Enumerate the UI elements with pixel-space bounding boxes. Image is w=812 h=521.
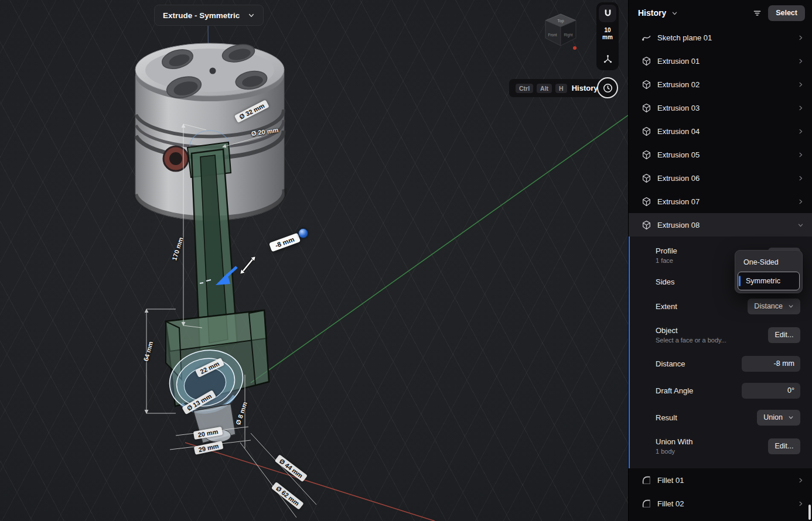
x-axis-line: [185, 443, 435, 521]
chevron-right-icon[interactable]: [797, 198, 804, 205]
filter-icon: [753, 9, 762, 18]
sides-option-symmetric[interactable]: Symmetric: [738, 272, 800, 290]
union-with-label: Union With: [656, 437, 693, 446]
extrude-mode-dropdown[interactable]: Extrude - Symmetric: [154, 5, 264, 26]
history-title-dropdown[interactable]: History: [638, 8, 678, 18]
history-item-label: Fillet 01: [657, 476, 791, 485]
profile-label: Profile: [656, 246, 677, 255]
history-item-fillet-02[interactable]: Fillet 02: [629, 492, 812, 515]
history-item-extrusion-04[interactable]: Extrusion 04: [629, 119, 812, 143]
history-item-fillet-01[interactable]: Fillet 01: [629, 468, 812, 492]
history-item-extrusion-08[interactable]: Extrusion 08: [629, 213, 812, 236]
chevron-down-icon: [788, 303, 794, 309]
profile-value: 1 face: [656, 257, 677, 264]
key-badge: Ctrl: [516, 84, 533, 93]
extrusion-icon: [642, 126, 651, 136]
draft-angle-label: Draft Angle: [656, 386, 693, 395]
sides-label: Sides: [656, 277, 675, 286]
history-item-label: Extrusion 03: [657, 104, 791, 112]
chevron-right-icon[interactable]: [797, 175, 804, 181]
view-cube-right-label[interactable]: Right: [564, 33, 572, 37]
history-shortcut-hint: Ctrl Alt H History: [509, 79, 604, 97]
chevron-right-icon[interactable]: [797, 105, 804, 111]
history-item-boolean-01[interactable]: Boolean 01: [629, 515, 812, 521]
result-value: Union: [763, 413, 783, 421]
object-hint: Select a face or a body...: [656, 337, 726, 344]
chevron-right-icon[interactable]: [797, 477, 804, 484]
history-item-extrusion-06[interactable]: Extrusion 06: [629, 166, 812, 190]
history-item-extrusion-07[interactable]: Extrusion 07: [629, 190, 812, 213]
fillet-icon: [642, 475, 651, 485]
union-with-edit-button[interactable]: Edit...: [768, 438, 800, 454]
history-item-label: Extrusion 08: [657, 221, 791, 229]
history-item-label: Fillet 02: [657, 499, 791, 508]
y-axis-line: [251, 115, 628, 383]
chevron-right-icon[interactable]: [797, 128, 804, 135]
key-badge: H: [555, 84, 567, 93]
x-axis-dot[interactable]: [573, 46, 576, 50]
view-cube[interactable]: Top Front Right: [541, 12, 580, 53]
extrude-mode-label: Extrude - Symmetric: [163, 11, 240, 20]
chevron-right-icon[interactable]: [797, 152, 804, 158]
snap-value: 10 mm: [602, 27, 613, 40]
distance-input[interactable]: -8 mm: [742, 356, 800, 372]
view-cube-front-label[interactable]: Front: [548, 33, 557, 37]
history-item-label: Extrusion 02: [657, 80, 791, 89]
history-toggle-button[interactable]: [597, 77, 618, 98]
filter-button[interactable]: [749, 5, 765, 20]
draft-angle-input[interactable]: 0°: [742, 383, 800, 399]
history-item-label: Extrusion 05: [657, 150, 791, 159]
result-label: Result: [656, 413, 677, 422]
history-item-label: Extrusion 07: [657, 197, 791, 206]
option-label: Symmetric: [746, 277, 780, 285]
object-edit-button[interactable]: Edit...: [768, 327, 800, 343]
distance-label: Distance: [656, 359, 685, 368]
result-dropdown[interactable]: Union: [757, 410, 800, 426]
union-with-value: 1 body: [656, 448, 693, 455]
snap-value-number: 10: [602, 27, 613, 34]
magnet-snap-button[interactable]: [599, 5, 616, 22]
chevron-down-icon: [788, 414, 794, 420]
history-panel-header: History Select: [629, 0, 812, 26]
clock-icon: [602, 83, 613, 94]
select-mode-button[interactable]: Select: [768, 5, 805, 21]
history-item-sketch-plane-01[interactable]: Sketch plane 01: [629, 26, 812, 49]
magnet-icon: [602, 8, 613, 19]
chevron-right-icon[interactable]: [797, 501, 804, 507]
history-item-extrusion-05[interactable]: Extrusion 05: [629, 143, 812, 166]
sides-option-one-sided[interactable]: One-Sided: [738, 253, 800, 272]
history-item-label: Extrusion 06: [657, 174, 791, 183]
selected-indicator: [739, 276, 741, 286]
viewport-3d[interactable]: Ø 32 mm Ø 20 mm 170 mm 64 mm 22 mm Ø 13 …: [0, 0, 628, 521]
extent-dropdown[interactable]: Distance: [748, 299, 800, 314]
history-item-extrusion-01[interactable]: Extrusion 01: [629, 49, 812, 73]
extrusion-icon: [642, 103, 651, 113]
history-item-label: Sketch plane 01: [657, 33, 791, 42]
object-label: Object: [656, 326, 726, 335]
scrollbar-thumb[interactable]: [808, 505, 811, 520]
history-item-extrusion-02[interactable]: Extrusion 02: [629, 73, 812, 96]
hint-label: History: [572, 84, 598, 92]
view-cube-top-label[interactable]: Top: [557, 19, 564, 23]
extent-value: Distance: [754, 302, 783, 310]
chevron-right-icon[interactable]: [797, 35, 804, 41]
history-item-label: Extrusion 04: [657, 127, 791, 136]
chevron-right-icon[interactable]: [797, 81, 804, 88]
history-item-label: Extrusion 01: [657, 57, 791, 66]
extrusion-icon: [642, 150, 651, 160]
history-item-extrusion-03[interactable]: Extrusion 03: [629, 96, 812, 119]
chevron-right-icon[interactable]: [797, 58, 804, 64]
resize-cursor-icon: [240, 256, 255, 274]
extrusion-icon: [642, 173, 651, 183]
sides-dropdown-menu: One-Sided Symmetric: [735, 250, 803, 293]
extrusion-icon: [642, 80, 651, 90]
extrusion-icon: [642, 197, 651, 207]
snap-orb-icon: [298, 228, 308, 238]
snap-value-unit: mm: [602, 34, 613, 41]
panel-title: History: [638, 8, 666, 18]
extrusion-icon: [642, 56, 651, 66]
snap-toolbar: 10 mm: [596, 2, 619, 70]
axis-gizmo-button[interactable]: [599, 50, 616, 68]
extrusion-icon: [642, 220, 651, 230]
chevron-down-icon[interactable]: [797, 222, 804, 228]
